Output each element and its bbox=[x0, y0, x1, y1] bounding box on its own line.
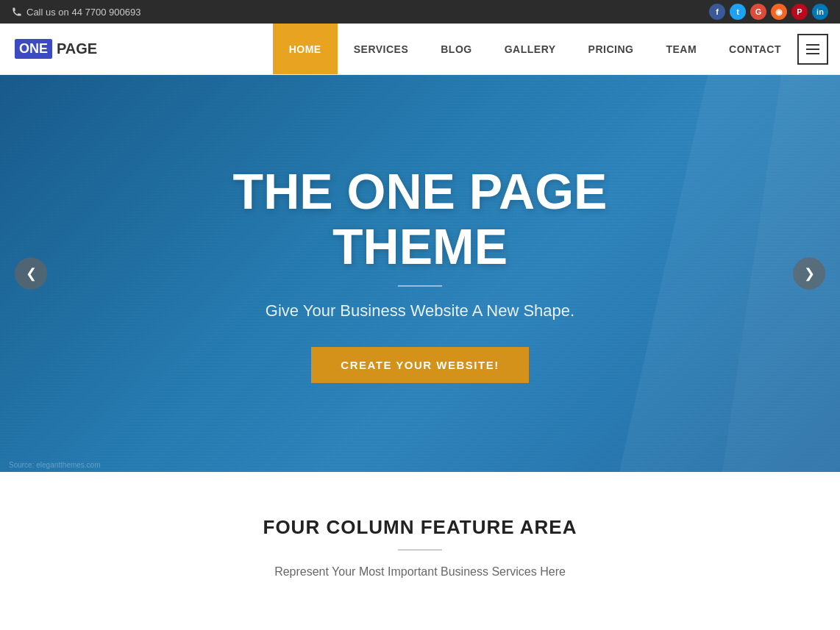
arrow-left-icon: ❮ bbox=[26, 265, 37, 282]
watermark: Source: elegantthemes.com bbox=[9, 461, 101, 469]
hero-content: THE ONE PAGE THEME Give Your Business We… bbox=[126, 164, 714, 384]
hamburger-line-2 bbox=[806, 49, 819, 50]
nav-item-team[interactable]: TEAM bbox=[649, 24, 713, 74]
google-plus-icon[interactable]: G bbox=[750, 4, 766, 20]
carousel-next-button[interactable]: ❯ bbox=[793, 257, 825, 290]
hero-subtitle: Give Your Business Website A New Shape. bbox=[155, 301, 685, 321]
phone-text: Call us on 44 7700 900693 bbox=[26, 7, 140, 18]
hero-section: ❮ THE ONE PAGE THEME Give Your Business … bbox=[0, 75, 840, 472]
facebook-icon[interactable]: f bbox=[709, 4, 725, 20]
nav-item-home[interactable]: HOME bbox=[273, 24, 338, 74]
features-subtitle: Represent Your Most Important Business S… bbox=[199, 565, 641, 579]
carousel-prev-button[interactable]: ❮ bbox=[15, 257, 47, 290]
phone-icon bbox=[12, 7, 22, 17]
nav-item-contact[interactable]: CONTACT bbox=[713, 24, 797, 74]
pinterest-icon[interactable]: P bbox=[791, 4, 808, 20]
hero-cta-button[interactable]: CREATE YOUR WEBSITE! bbox=[311, 347, 528, 383]
hamburger-line-3 bbox=[806, 53, 819, 54]
social-icons-group: f t G ◉ P in bbox=[709, 4, 828, 20]
nav-item-services[interactable]: SERVICES bbox=[338, 24, 425, 74]
logo[interactable]: ONE PAGE bbox=[0, 39, 112, 59]
phone-info: Call us on 44 7700 900693 bbox=[12, 7, 140, 18]
features-section: FOUR COLUMN FEATURE AREA Represent Your … bbox=[0, 472, 840, 608]
features-divider bbox=[398, 549, 442, 551]
logo-page: PAGE bbox=[57, 40, 97, 57]
linkedin-icon[interactable]: in bbox=[812, 4, 828, 20]
hero-title: THE ONE PAGE THEME bbox=[155, 164, 685, 274]
features-title: FOUR COLUMN FEATURE AREA bbox=[29, 516, 811, 539]
navbar: ONE PAGE HOME SERVICES BLOG GALLERY PRIC… bbox=[0, 24, 840, 75]
hamburger-line-1 bbox=[806, 44, 819, 46]
arrow-right-icon: ❯ bbox=[804, 265, 815, 282]
nav-item-pricing[interactable]: PRICING bbox=[572, 24, 650, 74]
top-bar: Call us on 44 7700 900693 f t G ◉ P in bbox=[0, 0, 840, 24]
nav-links: HOME SERVICES BLOG GALLERY PRICING TEAM … bbox=[273, 24, 840, 74]
logo-one: ONE bbox=[15, 39, 52, 59]
twitter-icon[interactable]: t bbox=[730, 4, 746, 20]
hero-divider bbox=[398, 285, 442, 287]
rss-icon[interactable]: ◉ bbox=[771, 4, 787, 20]
nav-item-blog[interactable]: BLOG bbox=[424, 24, 488, 74]
nav-item-gallery[interactable]: GALLERY bbox=[488, 24, 572, 74]
hamburger-menu-button[interactable] bbox=[797, 34, 828, 65]
